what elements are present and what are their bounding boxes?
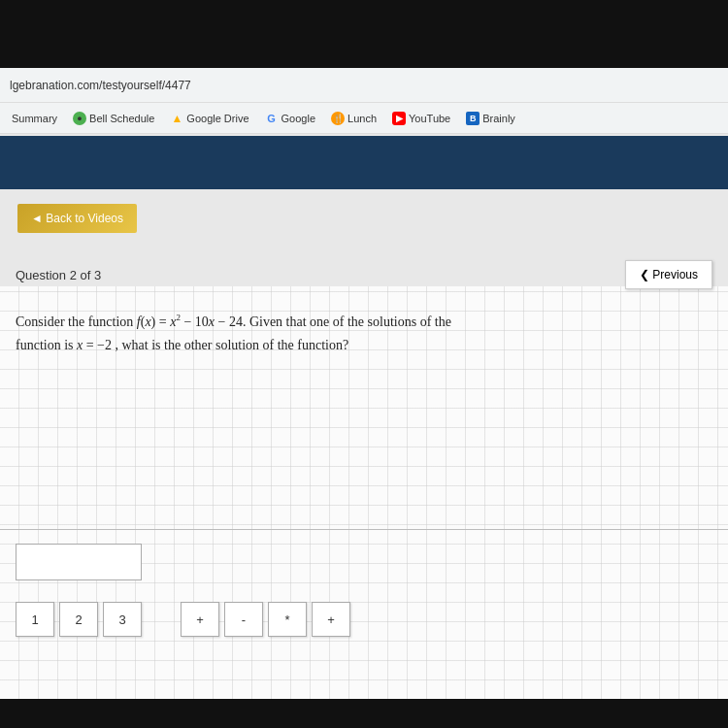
bookmark-lunch[interactable]: 🍴 Lunch: [325, 110, 382, 127]
address-text[interactable]: lgebranation.com/testyourself/4477: [10, 79, 191, 92]
bookmark-youtube[interactable]: ▶ YouTube: [386, 110, 456, 127]
lunch-icon: 🍴: [331, 112, 345, 125]
bookmarks-bar: Summary ● Bell Schedule ▲ Google Drive G…: [0, 103, 728, 134]
lunch-label: Lunch: [347, 113, 377, 124]
summary-label: Summary: [12, 113, 57, 124]
question-line-2: function is x = −2 , what is the other s…: [16, 334, 728, 357]
keypad: 1 2 3 + - * +: [16, 602, 350, 637]
address-bar: lgebranation.com/testyourself/4477: [0, 68, 728, 103]
back-to-videos-button[interactable]: ◄ Back to Videos: [17, 204, 137, 233]
bell-schedule-label: Bell Schedule: [89, 113, 154, 124]
key-plus2[interactable]: +: [312, 602, 350, 637]
black-bar-bottom: [0, 699, 728, 728]
bookmark-google-drive[interactable]: ▲ Google Drive: [164, 110, 254, 127]
answer-input[interactable]: [16, 544, 142, 580]
keypad-spacer: [147, 602, 176, 637]
back-button-container: ◄ Back to Videos: [17, 204, 137, 233]
question-number: Question 2 of 3: [16, 268, 101, 282]
google-label: Google: [281, 113, 315, 124]
bookmark-summary[interactable]: Summary: [6, 111, 63, 126]
question-header: Question 2 of 3 ❮ Previous: [0, 260, 728, 289]
bookmark-brainly[interactable]: B Brainly: [460, 110, 521, 127]
brainly-label: Brainly: [482, 113, 515, 124]
bookmark-google[interactable]: G Google: [259, 110, 321, 127]
site-header: [0, 136, 728, 189]
google-icon: G: [265, 112, 279, 125]
math-question: Consider the function f(x) = x2 − 10x − …: [16, 311, 728, 357]
question-line-1: Consider the function f(x) = x2 − 10x − …: [16, 311, 728, 334]
browser-chrome: lgebranation.com/testyourself/4477 Summa…: [0, 68, 728, 134]
answer-input-container: [16, 544, 142, 580]
key-multiply[interactable]: *: [268, 602, 307, 637]
key-3[interactable]: 3: [103, 602, 142, 637]
youtube-label: YouTube: [409, 113, 450, 124]
question-area: Question 2 of 3 ❮ Previous: [0, 260, 728, 301]
previous-button[interactable]: ❮ Previous: [625, 260, 712, 289]
answer-divider: [0, 529, 728, 530]
brainly-icon: B: [466, 112, 480, 125]
bell-schedule-icon: ●: [73, 112, 86, 125]
key-plus[interactable]: +: [181, 602, 219, 637]
black-bar-top: [0, 0, 728, 68]
youtube-icon: ▶: [392, 112, 406, 125]
google-drive-label: Google Drive: [186, 113, 248, 124]
key-1[interactable]: 1: [16, 602, 54, 637]
google-drive-icon: ▲: [170, 112, 183, 125]
key-minus[interactable]: -: [224, 602, 263, 637]
bookmark-bell-schedule[interactable]: ● Bell Schedule: [67, 110, 160, 127]
key-2[interactable]: 2: [59, 602, 98, 637]
